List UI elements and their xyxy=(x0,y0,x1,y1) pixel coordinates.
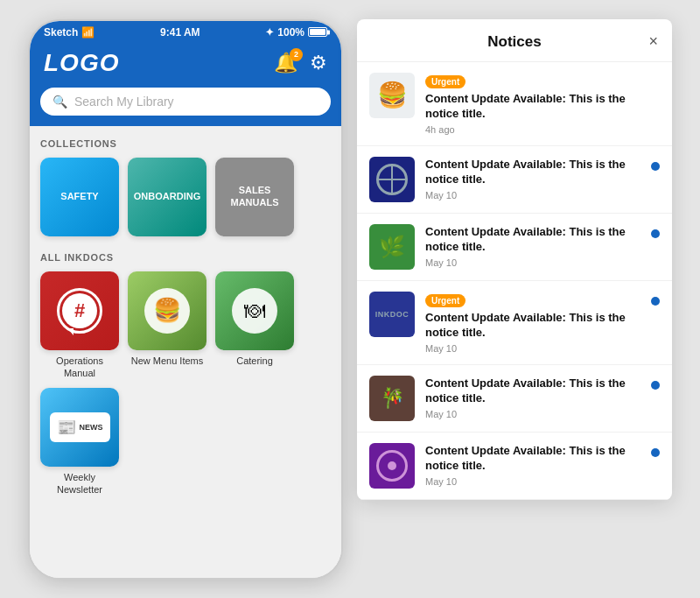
status-bar-left: Sketch 📶 xyxy=(44,26,94,39)
unread-dot xyxy=(651,162,660,171)
notice-item[interactable]: 🌿 Content Update Available: This is the … xyxy=(357,214,672,281)
notice-thumbnail: 🎋 xyxy=(369,376,415,421)
wheel-icon xyxy=(376,450,408,482)
notice-title-text: Content Update Available: This is the no… xyxy=(425,376,640,406)
inkdoc-thumb-text: INKDOC xyxy=(375,310,410,319)
app-logo: LOGO xyxy=(44,49,119,77)
collections-section-title: COLLECTIONS xyxy=(40,138,331,149)
inkdoc-card-newsletter[interactable]: 📰 NEWS xyxy=(40,388,119,467)
inkdoc-card-menu[interactable]: 🍔 xyxy=(128,271,206,350)
notice-thumbnail: INKDOC xyxy=(369,292,415,337)
wifi-icon: 📶 xyxy=(81,26,94,39)
inkdoc-item-menu[interactable]: 🍔 New Menu Items xyxy=(128,271,206,380)
notice-content: Content Update Available: This is the no… xyxy=(425,224,640,268)
inkdocs-section-title: ALL INKDOCS xyxy=(40,252,331,263)
notice-thumbnail xyxy=(369,443,415,489)
notices-close-button[interactable]: × xyxy=(648,32,658,51)
unread-dot xyxy=(651,297,660,306)
carrier-text: Sketch xyxy=(44,26,78,39)
newsletter-label-mini: NEWS xyxy=(80,423,103,433)
notice-title-text: Content Update Available: This is the no… xyxy=(425,91,660,122)
notices-header: Notices × xyxy=(357,19,672,62)
notice-time: May 10 xyxy=(425,257,640,268)
inkdoc-item-operations[interactable]: # Operations Manual xyxy=(40,271,119,380)
catering-circle-icon: 🍽 xyxy=(232,288,277,334)
notice-item[interactable]: Content Update Available: This is the no… xyxy=(357,433,672,500)
notice-time: May 10 xyxy=(425,409,640,419)
status-bar: Sketch 📶 9:41 AM ✦ 100% xyxy=(30,21,341,42)
burger-thumb-icon: 🍔 xyxy=(377,81,408,109)
battery-icon xyxy=(308,27,327,37)
cloche-icon: 🍽 xyxy=(244,299,265,323)
notice-title-text: Content Update Available: This is the no… xyxy=(425,310,640,341)
app-header: LOGO 🔔 2 ⚙ xyxy=(30,42,341,88)
wheel-inner xyxy=(388,461,396,470)
leaf-icon: 🌿 xyxy=(379,235,405,259)
inkdoc-card-catering[interactable]: 🍽 xyxy=(215,271,294,350)
inkdoc-item-newsletter[interactable]: 📰 NEWS Weekly Newsletter xyxy=(40,388,119,496)
notices-list: 🍔 Urgent Content Update Available: This … xyxy=(357,62,672,500)
status-bar-time: 9:41 AM xyxy=(160,26,200,39)
notice-item[interactable]: INKDOC Urgent Content Update Available: … xyxy=(357,281,672,365)
notification-bell-button[interactable]: 🔔 2 xyxy=(274,52,298,74)
inkdoc-label-catering: Catering xyxy=(236,355,273,367)
battery-text: 100% xyxy=(277,26,304,39)
notification-badge: 2 xyxy=(290,48,303,61)
notice-content: Content Update Available: This is the no… xyxy=(425,157,640,201)
unread-dot xyxy=(651,381,660,390)
unread-dot xyxy=(651,229,660,238)
inkdoc-item-catering[interactable]: 🍽 Catering xyxy=(215,271,294,380)
notice-item[interactable]: 🎋 Content Update Available: This is the … xyxy=(357,365,672,433)
search-input[interactable]: Search My Library xyxy=(74,95,318,109)
notice-content: Content Update Available: This is the no… xyxy=(425,376,640,419)
notice-title-text: Content Update Available: This is the no… xyxy=(425,224,640,255)
newsletter-inner: 📰 NEWS xyxy=(50,412,110,442)
phone-frame: Sketch 📶 9:41 AM ✦ 100% LOGO 🔔 2 ⚙ xyxy=(28,19,343,580)
header-icons: 🔔 2 ⚙ xyxy=(274,52,327,74)
inkdoc-card-operations[interactable]: # xyxy=(40,271,119,350)
notice-thumbnail xyxy=(369,157,415,202)
search-bar-wrapper: 🔍 Search My Library xyxy=(30,88,341,126)
notice-title-text: Content Update Available: This is the no… xyxy=(425,157,640,187)
notice-content: Content Update Available: This is the no… xyxy=(425,443,640,487)
collections-grid: SAFETY ONBOARDING SALES MANUALS xyxy=(40,158,331,236)
bluetooth-icon: ✦ xyxy=(265,26,274,39)
notices-title: Notices xyxy=(487,33,541,51)
notice-time: May 10 xyxy=(425,190,640,201)
unread-dot xyxy=(651,448,660,457)
newspaper-icon: 📰 xyxy=(57,418,76,437)
inkdoc-label-newsletter: Weekly Newsletter xyxy=(40,471,119,496)
notice-thumbnail: 🍔 xyxy=(369,73,415,118)
menu-circle-icon: 🍔 xyxy=(144,288,190,334)
notice-title-text: Content Update Available: This is the no… xyxy=(425,443,640,474)
content-area: COLLECTIONS SAFETY ONBOARDING SALES MANU… xyxy=(30,126,341,578)
settings-gear-icon[interactable]: ⚙ xyxy=(310,52,327,74)
inkdocs-grid: # Operations Manual 🍔 xyxy=(40,271,331,496)
urgent-badge: Urgent xyxy=(425,75,466,88)
notice-content: Urgent Content Update Available: This is… xyxy=(425,292,640,354)
notice-item[interactable]: 🍔 Urgent Content Update Available: This … xyxy=(357,62,672,146)
search-icon: 🔍 xyxy=(52,95,67,109)
notice-item[interactable]: Content Update Available: This is the no… xyxy=(357,146,672,214)
crosshair-icon xyxy=(376,164,408,195)
notice-time: May 10 xyxy=(425,343,640,354)
collection-card-onboarding[interactable]: ONBOARDING xyxy=(128,158,206,236)
burger-icon: 🍔 xyxy=(153,297,181,324)
notice-content: Urgent Content Update Available: This is… xyxy=(425,73,660,135)
notice-thumbnail: 🌿 xyxy=(369,224,415,270)
status-bar-right: ✦ 100% xyxy=(265,26,327,39)
notice-time: 4h ago xyxy=(425,124,660,135)
collection-card-sales[interactable]: SALES MANUALS xyxy=(215,158,294,236)
notices-panel: Notices × 🍔 Urgent Content Update Availa… xyxy=(357,19,672,500)
notice-time: May 10 xyxy=(425,476,640,487)
inkdoc-label-menu: New Menu Items xyxy=(131,355,204,367)
search-bar[interactable]: 🔍 Search My Library xyxy=(40,88,331,116)
bars-icon: 🎋 xyxy=(381,387,404,410)
collection-card-safety[interactable]: SAFETY xyxy=(40,158,119,236)
urgent-badge: Urgent xyxy=(425,294,466,307)
inkdoc-label-operations: Operations Manual xyxy=(40,355,119,380)
